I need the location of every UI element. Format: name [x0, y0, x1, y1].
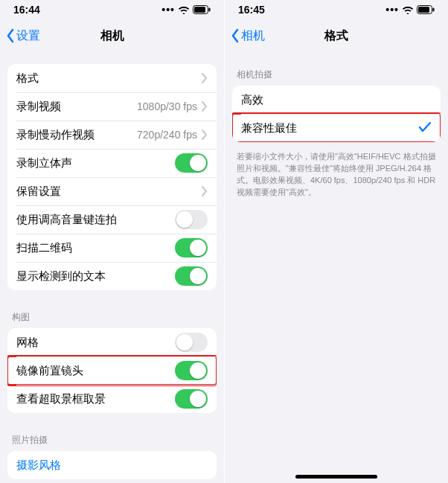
row-photographic-styles[interactable]: 摄影风格 — [7, 451, 217, 479]
row-preserve-settings[interactable]: 保留设置 — [7, 177, 217, 205]
wifi-icon — [178, 5, 190, 14]
row-show-detected-text: 显示检测到的文本 — [7, 262, 217, 290]
settings-group-composition: 网格 镜像前置镜头 查看超取景框取景 — [7, 328, 217, 413]
svg-rect-5 — [433, 8, 435, 12]
row-scan-qr: 扫描二维码 — [7, 234, 217, 262]
settings-group-format: 高效 兼容性最佳 — [232, 86, 441, 142]
nav-back-button[interactable]: 设置 — [6, 28, 40, 44]
row-grid: 网格 — [7, 328, 217, 356]
status-right-icons: ••• — [385, 4, 435, 16]
row-label: 录制慢动作视频 — [16, 128, 137, 142]
section-header-camera-capture: 相机拍摄 — [225, 64, 448, 86]
toggle-show-detected-text[interactable] — [175, 266, 208, 286]
content-scroll[interactable]: 相机拍摄 高效 兼容性最佳 若要缩小文件大小，请使用"高效"HEIF/HEVC … — [225, 52, 448, 483]
battery-icon — [193, 5, 211, 14]
settings-group-main: 格式 录制视频 1080p/30 fps 录制慢动作视频 720p/240 fp… — [7, 64, 217, 290]
home-indicator[interactable] — [295, 475, 377, 479]
checkmark-icon — [418, 121, 432, 135]
settings-group-photo-capture: 摄影风格 — [7, 451, 217, 479]
row-view-outside-frame: 查看超取景框取景 — [7, 385, 217, 413]
svg-rect-4 — [418, 7, 429, 13]
status-bar: 16:45 ••• — [225, 0, 448, 19]
wifi-icon — [402, 5, 414, 14]
section-header-composition: 构图 — [0, 307, 224, 328]
row-label: 扫描二维码 — [16, 241, 175, 255]
chevron-left-icon — [6, 28, 15, 43]
chevron-left-icon — [231, 28, 240, 43]
row-label: 显示检测到的文本 — [16, 269, 175, 284]
row-detail: 720p/240 fps — [137, 129, 197, 141]
row-label: 录制立体声 — [16, 156, 175, 170]
phone-camera-settings: 16:44 ••• 设置 相机 格式 录制视频 1080p/30 fps — [0, 0, 224, 483]
row-high-efficiency[interactable]: 高效 — [232, 86, 441, 114]
section-footer-format: 若要缩小文件大小，请使用"高效"HEIF/HEVC 格式拍摄照片和视频。"兼容性… — [225, 147, 448, 202]
chevron-right-icon — [202, 186, 208, 196]
toggle-volume-burst[interactable] — [175, 210, 208, 229]
svg-rect-2 — [209, 8, 211, 12]
toggle-scan-qr[interactable] — [175, 238, 208, 258]
row-label: 摄影风格 — [16, 458, 208, 473]
row-label: 兼容性最佳 — [241, 121, 418, 135]
nav-bar: 设置 相机 — [0, 19, 224, 52]
chevron-right-icon — [202, 101, 208, 112]
status-right-icons: ••• — [161, 4, 211, 16]
row-label: 使用调高音量键连拍 — [16, 213, 175, 227]
battery-icon — [417, 5, 435, 14]
phone-format-settings: 16:45 ••• 相机 格式 相机拍摄 高效 兼容性最佳 若要缩小文件大小，请… — [224, 0, 448, 483]
status-bar: 16:44 ••• — [0, 0, 224, 19]
row-mirror-front-camera: 镜像前置镜头 — [7, 356, 217, 385]
row-detail: 1080p/30 fps — [137, 100, 197, 112]
nav-bar: 相机 格式 — [225, 19, 448, 52]
row-label: 格式 — [16, 71, 202, 86]
toggle-grid[interactable] — [175, 333, 208, 352]
row-record-video[interactable]: 录制视频 1080p/30 fps — [7, 92, 217, 121]
chevron-right-icon — [202, 129, 208, 140]
row-format[interactable]: 格式 — [7, 64, 217, 92]
toggle-stereo-sound[interactable] — [175, 153, 208, 173]
status-time: 16:44 — [13, 4, 40, 16]
row-volume-burst: 使用调高音量键连拍 — [7, 205, 217, 234]
status-time: 16:45 — [238, 4, 265, 16]
nav-back-label: 设置 — [16, 28, 40, 44]
nav-back-button[interactable]: 相机 — [231, 28, 265, 44]
section-header-photo-capture: 照片拍摄 — [0, 429, 224, 451]
chevron-right-icon — [202, 73, 208, 83]
content-scroll[interactable]: 格式 录制视频 1080p/30 fps 录制慢动作视频 720p/240 fp… — [0, 52, 224, 483]
row-label: 查看超取景框取景 — [16, 392, 175, 406]
row-label: 高效 — [241, 93, 432, 107]
row-stereo-sound: 录制立体声 — [7, 149, 217, 177]
row-label: 镜像前置镜头 — [16, 364, 175, 378]
toggle-mirror-front-camera[interactable] — [175, 361, 208, 380]
row-label: 录制视频 — [16, 100, 137, 114]
ellipsis-icon: ••• — [161, 4, 175, 16]
row-label: 保留设置 — [16, 185, 202, 199]
row-record-slomo[interactable]: 录制慢动作视频 720p/240 fps — [7, 121, 217, 149]
ellipsis-icon: ••• — [385, 4, 399, 16]
nav-back-label: 相机 — [241, 28, 265, 44]
toggle-view-outside-frame[interactable] — [175, 389, 208, 409]
row-most-compatible[interactable]: 兼容性最佳 — [232, 114, 441, 142]
row-label: 网格 — [16, 336, 175, 350]
svg-rect-1 — [194, 7, 205, 13]
